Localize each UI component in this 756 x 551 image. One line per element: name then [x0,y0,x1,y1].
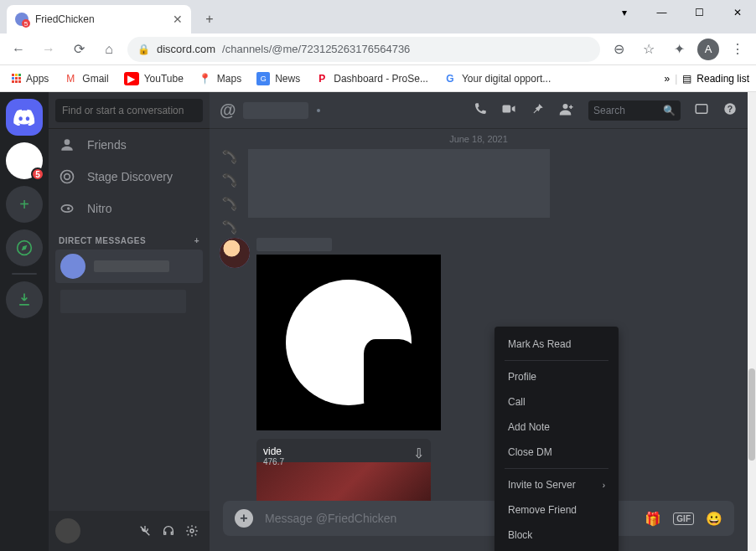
nitro-nav[interactable]: Nitro [49,193,210,224]
chat-header: @ Search 🔍 ? [210,92,748,129]
dm-item-active[interactable] [55,250,203,283]
friends-nav[interactable]: Friends [49,129,210,161]
mute-button[interactable] [134,520,156,542]
close-tab-icon[interactable]: ✕ [173,13,183,26]
ctx-profile[interactable]: Profile [500,364,614,389]
apps-bookmark[interactable]: Apps [7,70,54,88]
inbox-button[interactable] [694,101,709,120]
close-window-button[interactable]: ✕ [718,0,756,25]
video-icon [501,101,516,116]
stage-discovery-nav[interactable]: Stage Discovery [49,161,210,193]
call-icon: 📞 [222,219,237,235]
download-apps-button[interactable] [6,281,43,318]
inbox-icon [694,101,709,116]
help-button[interactable]: ? [722,101,738,120]
notification-badge: 5 [31,167,44,181]
message-list[interactable]: June 18, 2021 📞 📞 📞 📞 vide 476.7 ⇩ [210,129,748,501]
explore-servers-button[interactable] [6,229,43,266]
dm-avatar [60,254,85,279]
video-call-button[interactable] [501,101,516,120]
svg-point-1 [61,171,74,183]
voice-call-button[interactable] [473,101,488,120]
svg-text:?: ? [728,103,733,113]
add-server-button[interactable]: + [6,186,43,223]
nitro-icon [59,200,75,217]
add-friends-button[interactable] [558,101,575,120]
pin-icon [530,101,545,116]
page-scrollbar[interactable] [748,92,756,551]
maps-bookmark[interactable]: 📍Maps [194,69,246,89]
image-attachment[interactable] [256,255,441,430]
emoji-button[interactable]: 😀 [706,511,722,527]
back-button[interactable]: ← [7,38,30,61]
home-button[interactable] [6,99,43,136]
maps-icon: 📍 [199,72,212,85]
ctx-close-dm[interactable]: Close DM [500,440,614,465]
pinterest-bookmark[interactable]: PDashboard - ProSe... [310,69,433,89]
lock-icon: 🔒 [137,44,150,55]
forward-button[interactable]: → [37,38,60,61]
news-bookmark[interactable]: GNews [251,69,305,89]
user-context-menu: Mark As Read Profile Call Add Note Close… [495,327,619,551]
gift-button[interactable]: 🎁 [645,511,661,527]
maximize-button[interactable]: ☐ [681,0,718,25]
zoom-icon[interactable]: ⊖ [607,38,630,61]
chevron-right-icon: › [603,481,605,490]
conversation-search-input[interactable] [55,99,203,122]
ctx-remove-friend[interactable]: Remove Friend [500,497,614,523]
call-icon: 📞 [222,173,237,188]
reload-button[interactable]: ⟳ [67,38,91,61]
download-icon [16,291,33,308]
download-attachment-button[interactable]: ⇩ [413,445,424,461]
svg-rect-8 [696,104,707,113]
bookmark-star-icon[interactable]: ☆ [637,38,660,61]
call-history: 📞 📞 📞 📞 [221,149,237,234]
profile-avatar[interactable]: A [697,39,719,60]
video-attachment[interactable]: vide 476.7 ⇩ [256,439,431,501]
svg-point-5 [190,529,194,533]
create-dm-button[interactable]: + [194,236,199,245]
pinned-messages-button[interactable] [530,101,545,120]
search-conversation [49,92,210,129]
browser-menu-icon[interactable]: ⋮ [726,38,749,61]
extensions-icon[interactable]: ✦ [667,38,691,61]
reading-list-icon: ▤ [682,73,691,85]
ctx-call[interactable]: Call [500,389,614,415]
pinterest-icon: P [315,72,329,85]
status-indicator [315,107,322,114]
discord-favicon [15,13,28,26]
minimize-button[interactable]: — [643,0,681,25]
dm-section-header: DIRECT MESSAGES + [49,224,210,249]
redacted-content [248,149,550,218]
google-bookmark[interactable]: GYour digital opport... [438,69,556,89]
deafen-button[interactable] [158,520,179,542]
ctx-invite-to-server[interactable]: Invite to Server› [500,472,614,497]
gif-button[interactable]: GIF [673,512,694,525]
new-tab-button[interactable]: + [198,8,221,31]
browser-tab[interactable]: FriedChicken ✕ [7,5,191,33]
message-avatar[interactable] [220,238,250,268]
settings-button[interactable] [181,520,203,542]
ctx-block[interactable]: Block [500,523,614,548]
address-bar[interactable]: 🔒 discord.com/channels/@me/7231252631765… [127,37,600,62]
attach-button[interactable]: + [235,509,253,528]
dm-server-item[interactable]: 5 [6,142,43,179]
home-button[interactable]: ⌂ [97,38,121,61]
stage-icon [59,168,75,185]
friends-icon [59,136,75,153]
user-avatar[interactable] [55,518,80,543]
dm-placeholder [60,290,186,313]
scrollbar-thumb[interactable] [748,368,755,461]
gear-icon [185,524,199,538]
dm-item[interactable] [55,285,203,318]
ctx-add-note[interactable]: Add Note [500,415,614,440]
dropdown-icon[interactable]: ▾ [605,0,643,25]
phone-icon [473,101,488,116]
reading-list-button[interactable]: Reading list [696,73,749,85]
gmail-bookmark[interactable]: MGmail [59,69,113,89]
message-input[interactable]: + Message @FriedChicken 🎁 GIF 😀 [223,501,734,536]
ctx-mark-as-read[interactable]: Mark As Read [500,332,614,357]
youtube-bookmark[interactable]: ▶YouTube [119,69,189,89]
bookmarks-overflow[interactable]: » [664,73,670,85]
message-search[interactable]: Search 🔍 [588,100,681,121]
